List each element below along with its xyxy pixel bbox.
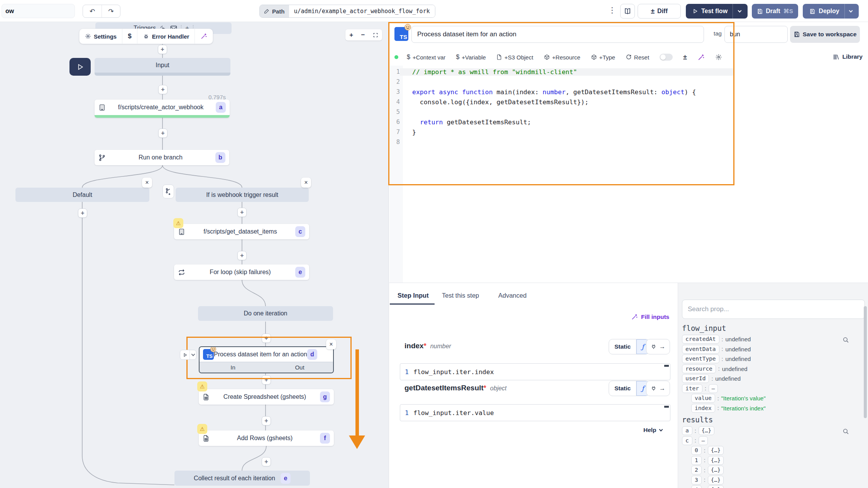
ai-wand-button[interactable] xyxy=(697,54,705,61)
play-icon[interactable] xyxy=(180,350,190,359)
run-step-menu[interactable] xyxy=(180,350,196,360)
chevron-down-icon[interactable] xyxy=(190,350,196,359)
prop-key[interactable]: userId xyxy=(682,374,709,383)
prop-key[interactable]: eventType xyxy=(682,354,719,363)
docs-button[interactable] xyxy=(620,4,635,19)
insert-step-button[interactable]: + xyxy=(78,208,87,218)
insert-step-button[interactable]: + xyxy=(262,375,271,385)
zoom-out-button[interactable]: − xyxy=(361,31,365,39)
prop-key[interactable]: eventData xyxy=(682,345,719,354)
tab-test-this-step[interactable]: Test this step xyxy=(442,292,479,299)
insert-step-button[interactable]: + xyxy=(262,416,271,425)
insert-step-button[interactable]: + xyxy=(237,208,247,217)
code-line[interactable]: 1 // import * as wmill from "windmill-cl… xyxy=(390,67,734,77)
connect-input-button[interactable]: → xyxy=(646,339,670,354)
node-for-loop[interactable]: For loop (skip failures) e xyxy=(174,264,309,280)
add-variable-button[interactable]: $ +Variable xyxy=(456,54,486,61)
prop-row[interactable]: c : – xyxy=(682,436,860,446)
code-line[interactable]: 8 xyxy=(390,137,734,147)
undo-button[interactable]: ↶ xyxy=(83,5,102,17)
search-prop-input[interactable] xyxy=(682,300,865,319)
error-handler-button[interactable]: Error Handler xyxy=(137,29,195,44)
delete-step-button[interactable]: × xyxy=(326,339,336,349)
input-mode-toggle[interactable]: Static ƒ xyxy=(609,339,650,354)
test-flow-button[interactable]: Test flow xyxy=(686,4,748,19)
prop-row[interactable]: 4 : {…} xyxy=(682,485,860,488)
fit-view-button[interactable] xyxy=(373,32,378,38)
code-editor[interactable]: 1 // import * as wmill from "windmill-cl… xyxy=(390,67,734,147)
path-value[interactable]: u/admin/example_actor_webhook_flow_fork xyxy=(289,5,435,17)
add-resource-button[interactable]: +Resource xyxy=(544,54,580,61)
code-line[interactable]: 2 xyxy=(390,77,734,87)
library-button[interactable]: Library xyxy=(833,53,863,60)
prop-key[interactable]: 4 xyxy=(691,485,702,488)
redo-button[interactable]: ↷ xyxy=(102,5,120,17)
prop-key[interactable]: iter xyxy=(682,384,702,393)
node-get-dataset-items[interactable]: f/scripts/get_dataset_items c xyxy=(174,224,309,239)
tab-step-input[interactable]: Step Input xyxy=(398,292,429,299)
plus-minus-button[interactable]: ± xyxy=(683,53,687,61)
path-field[interactable]: Path u/admin/example_actor_webhook_flow_… xyxy=(259,5,435,18)
node-process-dataset-item[interactable]: TS Process dataset item for an action d … xyxy=(199,346,334,373)
prop-key[interactable]: 3 xyxy=(691,476,702,485)
prop-row[interactable]: value : "Iteration's value" xyxy=(682,393,860,403)
insert-step-button[interactable]: + xyxy=(237,251,247,260)
code-line[interactable]: 6 return getDatesetItemsResult; xyxy=(390,117,734,127)
expr-input-result[interactable]: 1 flow_input.iter.value xyxy=(400,404,670,421)
prop-key[interactable]: resource xyxy=(682,364,716,373)
prop-key[interactable]: a xyxy=(682,426,692,435)
delete-branch-button[interactable]: × xyxy=(142,178,152,188)
deploy-dropdown[interactable] xyxy=(845,11,857,12)
expr-input-index[interactable]: 1 flow_input.iter.index xyxy=(400,363,670,380)
prop-row[interactable]: resource : undefined xyxy=(682,364,860,374)
add-type-button[interactable]: +Type xyxy=(591,54,615,61)
editor-settings-button[interactable] xyxy=(715,54,722,61)
reset-button[interactable]: Reset xyxy=(626,54,649,61)
prop-row[interactable]: 1 : {…} xyxy=(682,456,860,466)
prop-key[interactable]: 2 xyxy=(691,466,702,474)
zoom-in-button[interactable]: + xyxy=(349,31,353,39)
help-toggle[interactable]: Help xyxy=(643,427,662,434)
tag-input[interactable]: bun xyxy=(724,26,788,43)
code-line[interactable]: 3 export async function main(index: numb… xyxy=(390,87,734,97)
prop-key[interactable]: index xyxy=(691,404,715,413)
prop-key[interactable]: 0 xyxy=(691,446,702,455)
deploy-button[interactable]: Deploy xyxy=(803,4,859,19)
insert-step-button[interactable]: + xyxy=(262,334,271,343)
prop-row[interactable]: 2 : {…} xyxy=(682,465,860,475)
flow-variables-button[interactable]: $ xyxy=(122,29,137,44)
node-out-tab[interactable]: Out xyxy=(266,362,333,373)
step-title-input[interactable]: Process dataset item for an action xyxy=(411,26,704,43)
kebab-menu-icon[interactable]: ⋮ xyxy=(608,5,616,15)
flow-settings-button[interactable]: Settings xyxy=(80,29,122,44)
add-context-var-button[interactable]: $ +Context var xyxy=(407,54,445,61)
ai-wand-button[interactable] xyxy=(195,29,213,44)
prop-row[interactable]: 0 : {…} xyxy=(682,446,860,456)
connect-input-button[interactable]: → xyxy=(646,381,670,396)
prop-row[interactable]: a : {…} xyxy=(682,426,860,436)
diff-toggle[interactable] xyxy=(660,54,673,61)
diff-button[interactable]: ± Diff xyxy=(638,4,681,19)
prop-row[interactable]: createdAt : undefined xyxy=(682,334,860,344)
flow-name-input[interactable]: ow xyxy=(2,4,75,18)
prop-row[interactable]: eventData : undefined xyxy=(682,344,860,354)
fill-inputs-button[interactable]: Fill inputs xyxy=(631,313,669,320)
prop-row[interactable]: userId : undefined xyxy=(682,374,860,384)
prop-row[interactable]: eventType : undefined xyxy=(682,354,860,364)
test-flow-dropdown[interactable] xyxy=(733,11,746,12)
insert-step-button[interactable]: + xyxy=(262,457,271,466)
do-one-iteration-node[interactable]: Do one iteration xyxy=(198,306,333,321)
test-up-to-here-button[interactable] xyxy=(69,58,91,76)
save-to-workspace-button[interactable]: Save to workspace xyxy=(790,26,860,43)
code-line[interactable]: 5 xyxy=(390,107,734,117)
node-in-tab[interactable]: In xyxy=(200,362,266,373)
draft-button[interactable]: Draft ⌘S xyxy=(752,4,798,19)
branch-if-webhook[interactable]: If is webhook trigger result xyxy=(176,188,309,202)
input-mode-toggle[interactable]: Static ƒ xyxy=(609,381,650,396)
code-line[interactable]: 4 console.log({index, getDatesetItemsRes… xyxy=(390,97,734,107)
code-line[interactable]: 7 } xyxy=(390,127,734,137)
prop-key[interactable]: createdAt xyxy=(682,335,719,344)
node-create-actor-webhook[interactable]: f/scripts/create_actor_webhook a xyxy=(95,100,230,118)
prop-row[interactable]: index : "Iteration's index" xyxy=(682,403,860,413)
collect-result-node[interactable]: Collect result of each iteration e xyxy=(174,471,310,486)
